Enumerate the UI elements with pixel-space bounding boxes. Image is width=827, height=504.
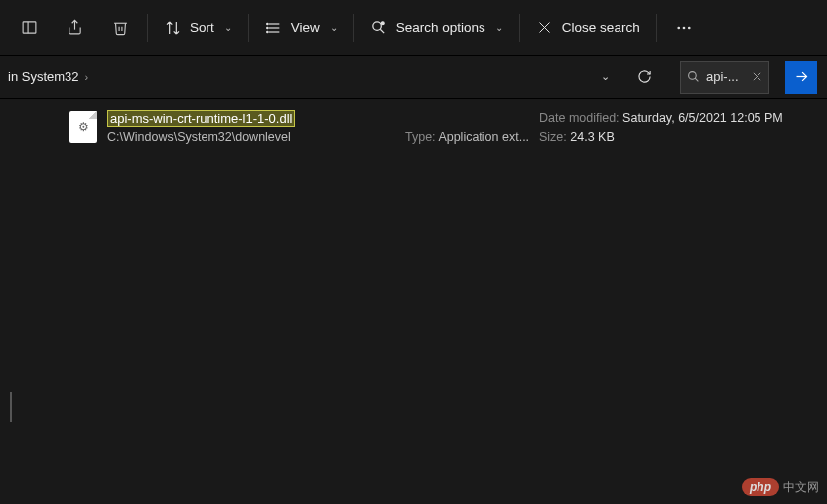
- scrollbar-indicator[interactable]: [10, 392, 12, 422]
- svg-line-18: [695, 78, 698, 81]
- panel-icon: [20, 19, 38, 37]
- refresh-icon: [637, 69, 652, 84]
- result-date: Date modified: Saturday, 6/5/2021 12:05 …: [539, 111, 728, 126]
- search-submit-button[interactable]: [785, 61, 817, 94]
- sort-button[interactable]: Sort ⌄: [152, 8, 244, 48]
- sort-icon: [164, 19, 182, 37]
- search-options-icon: [370, 19, 388, 37]
- svg-point-8: [266, 31, 267, 32]
- search-result-row[interactable]: ⚙ api-ms-win-crt-runtime-l1-1-0.dll C:\W…: [0, 99, 827, 144]
- toolbar-divider: [656, 14, 657, 42]
- svg-point-17: [689, 72, 697, 80]
- address-actions: ⌄: [587, 60, 670, 95]
- filename-highlight: api-ms-win-crt-runtime-l1-1-0.dll: [107, 110, 295, 127]
- search-query-text: api-...: [706, 69, 746, 84]
- breadcrumb-location: in System32: [8, 69, 79, 84]
- svg-point-14: [677, 26, 680, 29]
- svg-line-10: [381, 29, 385, 33]
- view-label: View: [291, 20, 320, 35]
- watermark-text: 中文网: [783, 479, 819, 496]
- sort-label: Sort: [190, 20, 214, 35]
- search-icon: [681, 70, 706, 83]
- svg-point-16: [688, 26, 691, 29]
- close-search-label: Close search: [562, 20, 640, 35]
- cut-button[interactable]: [6, 8, 52, 48]
- toolbar-divider: [147, 14, 148, 42]
- close-search-button[interactable]: Close search: [524, 8, 652, 48]
- search-options-label: Search options: [396, 20, 485, 35]
- close-icon: [536, 19, 554, 37]
- result-info: api-ms-win-crt-runtime-l1-1-0.dll C:\Win…: [107, 111, 827, 144]
- result-size: Size: 24.3 KB: [539, 126, 728, 144]
- svg-rect-0: [23, 22, 36, 33]
- toolbar: Sort ⌄ View ⌄ Search options ⌄ Close sea…: [0, 0, 827, 56]
- result-filename: api-ms-win-crt-runtime-l1-1-0.dll: [107, 111, 405, 126]
- history-dropdown-button[interactable]: ⌄: [587, 60, 622, 95]
- size-key: Size:: [539, 130, 567, 144]
- share-icon: [66, 19, 83, 37]
- chevron-down-icon: ⌄: [330, 22, 338, 33]
- search-input[interactable]: api-...: [680, 61, 769, 94]
- refresh-button[interactable]: [626, 60, 662, 95]
- more-icon: [675, 19, 693, 37]
- chevron-down-icon: ⌄: [224, 22, 232, 33]
- more-button[interactable]: [661, 8, 707, 48]
- delete-button[interactable]: [97, 8, 143, 48]
- breadcrumb[interactable]: in System32 ›: [0, 69, 577, 84]
- result-type: Type: Application ext...: [405, 126, 539, 144]
- share-button[interactable]: [52, 8, 97, 48]
- chevron-right-icon: ›: [85, 71, 89, 83]
- content-area: ⚙ api-ms-win-crt-runtime-l1-1-0.dll C:\W…: [0, 99, 827, 504]
- toolbar-divider: [248, 14, 249, 42]
- gear-icon: ⚙: [78, 120, 89, 134]
- search-options-button[interactable]: Search options ⌄: [358, 8, 515, 48]
- trash-icon: [111, 19, 129, 37]
- toolbar-divider: [353, 14, 354, 42]
- size-value: 24.3 KB: [570, 130, 614, 144]
- view-icon: [265, 19, 283, 37]
- type-key: Type:: [405, 130, 436, 144]
- date-key: Date modified:: [539, 111, 620, 125]
- svg-point-11: [382, 22, 385, 25]
- view-button[interactable]: View ⌄: [253, 8, 349, 48]
- svg-point-15: [682, 26, 685, 29]
- arrow-right-icon: [794, 69, 809, 84]
- dll-file-icon: ⚙: [69, 111, 97, 143]
- date-value: Saturday, 6/5/2021 12:05 PM: [622, 111, 783, 125]
- watermark: php 中文网: [742, 478, 819, 496]
- svg-point-6: [266, 23, 267, 24]
- svg-point-9: [373, 22, 382, 30]
- address-bar: in System32 › ⌄ api-...: [0, 56, 827, 99]
- result-path: C:\Windows\System32\downlevel: [107, 126, 405, 144]
- chevron-down-icon: ⌄: [601, 70, 610, 83]
- chevron-down-icon: ⌄: [495, 22, 503, 33]
- svg-point-7: [266, 27, 267, 28]
- type-value: Application ext...: [438, 130, 529, 144]
- toolbar-divider: [519, 14, 520, 42]
- clear-search-button[interactable]: [746, 71, 768, 82]
- php-badge: php: [742, 478, 779, 496]
